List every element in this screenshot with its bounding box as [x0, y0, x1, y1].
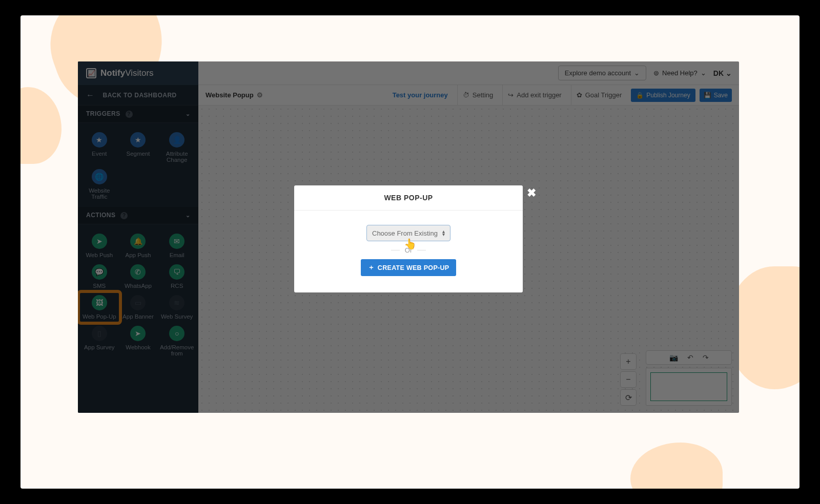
modal-title: WEB POP-UP: [294, 185, 523, 211]
plus-icon: ＋: [368, 263, 375, 272]
modal-body: Choose From Existing ▴▾ 👆 Or ＋ CREATE WE…: [294, 211, 523, 292]
choose-existing-select[interactable]: Choose From Existing ▴▾ 👆: [366, 225, 450, 241]
select-value: Choose From Existing: [372, 229, 438, 237]
app-window: 📈 NotifyVisitors ← BACK TO DASHBOARD TRI…: [78, 61, 739, 413]
or-text: Or: [405, 246, 412, 254]
bg-blob: [20, 87, 61, 164]
bg-blob: [630, 443, 723, 489]
select-arrows-icon: ▴▾: [442, 230, 445, 236]
or-divider: Or: [391, 246, 426, 254]
outer-frame: 📈 NotifyVisitors ← BACK TO DASHBOARD TRI…: [20, 15, 799, 489]
create-label: CREATE WEB POP-UP: [378, 264, 449, 271]
web-popup-modal: ✖ WEB POP-UP Choose From Existing ▴▾ 👆 O…: [294, 185, 523, 292]
modal-layer: ✖ WEB POP-UP Choose From Existing ▴▾ 👆 O…: [78, 61, 739, 413]
close-icon[interactable]: ✖: [527, 186, 536, 200]
create-web-popup-button[interactable]: ＋ CREATE WEB POP-UP: [361, 259, 457, 276]
